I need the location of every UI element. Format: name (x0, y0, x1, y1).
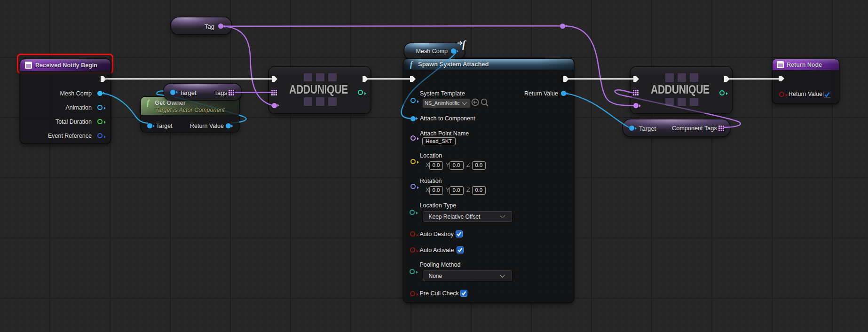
svg-text:f: f (462, 40, 466, 50)
